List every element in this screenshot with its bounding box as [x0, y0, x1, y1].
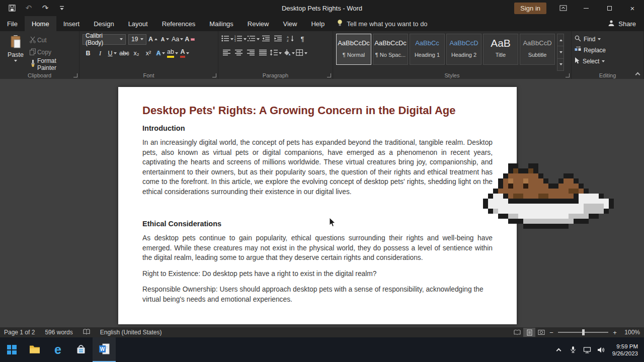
- tab-references[interactable]: References: [155, 16, 202, 31]
- align-center-button[interactable]: [233, 48, 245, 59]
- language-indicator[interactable]: English (United States): [100, 329, 162, 336]
- maximize-button[interactable]: [598, 0, 621, 16]
- font-family-select[interactable]: Calibri (Body): [83, 34, 126, 45]
- tray-overflow-button[interactable]: [552, 337, 566, 362]
- change-case-button[interactable]: Aa: [172, 34, 183, 45]
- store-button[interactable]: [69, 337, 93, 362]
- tab-mailings[interactable]: Mailings: [202, 16, 240, 31]
- zoom-level[interactable]: 100%: [619, 329, 640, 336]
- redo-icon[interactable]: ↷: [41, 4, 50, 13]
- zoom-slider[interactable]: [558, 332, 608, 333]
- tab-home[interactable]: Home: [25, 16, 56, 31]
- web-layout-button[interactable]: [535, 328, 547, 337]
- volume-tray-icon[interactable]: [594, 337, 608, 362]
- copy-button[interactable]: Copy: [28, 47, 77, 58]
- start-button[interactable]: [0, 337, 23, 362]
- grow-font-button[interactable]: A: [147, 34, 158, 45]
- zoom-slider-thumb[interactable]: [582, 329, 585, 335]
- superscript-button[interactable]: x²: [143, 48, 154, 59]
- bold-button[interactable]: B: [83, 48, 94, 59]
- zoom-out-button[interactable]: −: [547, 328, 555, 336]
- increase-indent-button[interactable]: [273, 34, 284, 45]
- font-size-select[interactable]: 19: [128, 34, 146, 45]
- text-effects-button[interactable]: A: [155, 48, 166, 59]
- highlight-color-button[interactable]: ab: [167, 48, 178, 59]
- undo-icon[interactable]: ↶: [24, 4, 33, 13]
- document-page[interactable]: Desktop Pets' Rights: A Growing Concern …: [118, 87, 517, 324]
- svg-text:A: A: [287, 36, 289, 39]
- underline-button[interactable]: U: [107, 48, 118, 59]
- style-card-heading2[interactable]: AaBbCcD Heading 2: [446, 34, 481, 65]
- font-family-value: Calibri (Body): [86, 32, 120, 46]
- taskbar-clock[interactable]: 9:59 PM 9/26/2023: [608, 343, 644, 357]
- decrease-indent-button[interactable]: [261, 34, 272, 45]
- tab-review[interactable]: Review: [240, 16, 276, 31]
- save-icon[interactable]: [8, 4, 17, 13]
- read-mode-button[interactable]: [511, 328, 523, 337]
- microphone-tray-icon[interactable]: [566, 337, 580, 362]
- print-layout-button[interactable]: [523, 328, 535, 337]
- tab-file[interactable]: File: [0, 16, 25, 31]
- proofing-status[interactable]: [83, 329, 90, 336]
- paragraph-dialog-launcher[interactable]: [327, 73, 331, 77]
- tab-design[interactable]: Design: [87, 16, 121, 31]
- tab-layout[interactable]: Layout: [121, 16, 155, 31]
- line-spacing-button[interactable]: [270, 48, 282, 59]
- bullets-button[interactable]: [221, 34, 233, 45]
- replace-button[interactable]: Replace: [575, 46, 641, 55]
- style-card-no-spacing[interactable]: AaBbCcDc ¶ No Spac...: [373, 34, 408, 65]
- style-card-subtitle[interactable]: AaBbCcD Subtitle: [520, 34, 555, 65]
- tab-help[interactable]: Help: [304, 16, 332, 31]
- tab-insert[interactable]: Insert: [56, 16, 87, 31]
- customize-quick-access-icon[interactable]: [57, 4, 66, 13]
- clock-date: 9/26/2023: [612, 350, 638, 357]
- tab-view[interactable]: View: [276, 16, 304, 31]
- strikethrough-button[interactable]: abc: [119, 48, 130, 59]
- close-button[interactable]: ×: [621, 0, 644, 16]
- style-card-title[interactable]: AaB Title: [483, 34, 518, 65]
- sort-button[interactable]: AZ: [285, 34, 296, 45]
- justify-button[interactable]: [258, 48, 269, 59]
- numbering-button[interactable]: 123: [234, 34, 247, 45]
- select-caret: [602, 60, 605, 62]
- styles-gallery-more[interactable]: [557, 59, 564, 70]
- network-tray-icon[interactable]: [580, 337, 594, 362]
- format-painter-button[interactable]: Format Painter: [28, 59, 77, 70]
- page-indicator[interactable]: Page 1 of 2: [4, 329, 35, 336]
- clear-formatting-button[interactable]: A: [184, 34, 195, 45]
- font-color-button[interactable]: A: [179, 48, 190, 59]
- ribbon-display-options-icon[interactable]: [551, 0, 575, 16]
- clipboard-group-label: Clipboard: [0, 72, 79, 78]
- subscript-button[interactable]: x₂: [131, 48, 142, 59]
- align-right-button[interactable]: [246, 48, 257, 59]
- file-explorer-button[interactable]: [23, 337, 46, 362]
- style-card-heading1[interactable]: AaBbCc Heading 1: [410, 34, 445, 65]
- minimize-button[interactable]: [575, 0, 598, 16]
- zoom-in-button[interactable]: +: [611, 328, 619, 336]
- italic-button[interactable]: I: [95, 48, 106, 59]
- paste-button[interactable]: Paste: [3, 34, 28, 69]
- desktop-pet-cat-on-pillow[interactable]: [483, 163, 614, 229]
- borders-button[interactable]: [296, 48, 307, 59]
- tell-me-box[interactable]: Tell me what you want to do: [332, 16, 432, 31]
- select-button[interactable]: Select: [575, 57, 641, 66]
- shrink-font-button[interactable]: A: [159, 34, 171, 45]
- line-spacing-icon: [270, 49, 278, 57]
- align-left-button[interactable]: [221, 48, 232, 59]
- styles-dialog-launcher[interactable]: [566, 73, 570, 77]
- style-card-normal[interactable]: AaBbCcDc ¶ Normal: [336, 34, 371, 65]
- share-button[interactable]: Share: [608, 16, 644, 31]
- font-dialog-launcher[interactable]: [212, 73, 216, 77]
- styles-scroll-down[interactable]: [557, 46, 564, 58]
- edge-button[interactable]: e: [46, 337, 69, 362]
- find-button[interactable]: Find: [575, 35, 641, 44]
- multilevel-list-button[interactable]: [248, 34, 260, 45]
- clipboard-dialog-launcher[interactable]: [73, 73, 77, 77]
- sign-in-button[interactable]: Sign in: [514, 3, 546, 14]
- word-count[interactable]: 596 words: [45, 329, 72, 336]
- show-formatting-marks-button[interactable]: ¶: [297, 34, 308, 45]
- styles-scroll-up[interactable]: [557, 34, 564, 46]
- shading-button[interactable]: [283, 48, 295, 59]
- cut-button[interactable]: Cut: [28, 35, 77, 46]
- word-taskbar-button[interactable]: W: [93, 337, 116, 362]
